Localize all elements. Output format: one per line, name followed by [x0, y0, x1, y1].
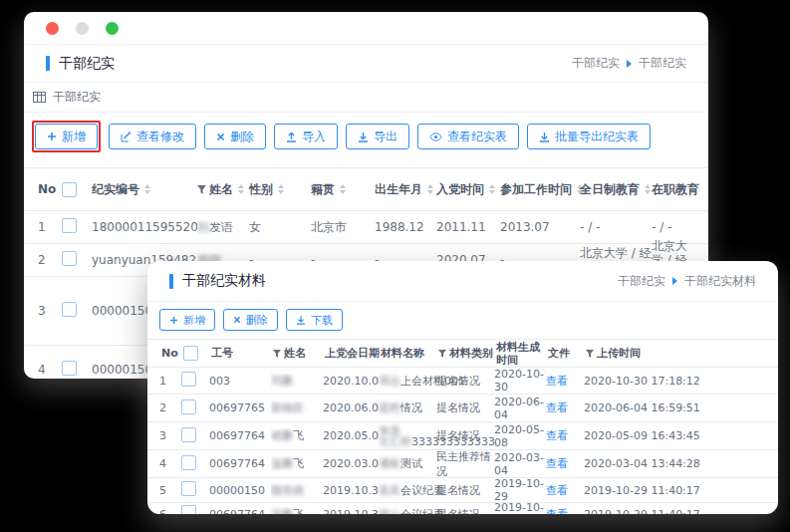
onjob-edu-cell: - / - [652, 220, 694, 234]
view-file-link: 查看 [546, 374, 584, 389]
view-record-table-button[interactable]: 查看纪实表 [417, 124, 519, 149]
employee-id-cell: 00697764 [209, 429, 271, 442]
table-row: 6 00697764 溢鹏飞 2019.10.30 第山会议纪要 提名情况 20… [147, 503, 778, 514]
name-cell: 随营姚 [271, 483, 323, 498]
row-number: 4 [38, 363, 62, 377]
row-checkbox[interactable] [181, 427, 196, 442]
select-all-checkbox[interactable] [183, 346, 198, 361]
sort-icon[interactable] [489, 184, 495, 194]
sort-icon[interactable] [278, 184, 284, 194]
material-name-cell: 通航测试 [379, 458, 436, 469]
meeting-date-cell: 2020.05.09 [323, 429, 379, 442]
name-cell: 溢鹏飞 [271, 456, 323, 471]
row-checkbox[interactable] [62, 218, 77, 233]
export-button[interactable]: 导出 [346, 124, 409, 149]
window-chrome [24, 12, 708, 45]
party-join-cell: 2011.11 [436, 220, 500, 234]
meeting-date-cell: 2020.03.03 [323, 457, 379, 470]
delete-button[interactable]: 删除 [204, 124, 266, 149]
column-work-start[interactable]: 参加工作时间 [500, 181, 580, 198]
row-checkbox[interactable] [181, 481, 196, 496]
sort-icon[interactable] [238, 184, 244, 194]
employee-id-cell: 003 [209, 375, 271, 388]
category-cell: 提名情况 [436, 374, 494, 389]
view-file-link: 查看 [546, 507, 584, 515]
batch-export-button[interactable]: 批量导出纪实表 [527, 124, 651, 149]
close-icon [216, 133, 225, 141]
breadcrumb-arrow-icon [672, 277, 677, 285]
import-button[interactable]: 导入 [274, 124, 338, 149]
upload-time-cell: 2020-10-30 17:18:12 [584, 375, 766, 388]
table-row: 4 00697764 溢鹏飞 2020.03.03 通航测试 民主推荐情况 20… [147, 450, 778, 478]
column-fulltime-edu[interactable]: 全日制教育 [580, 181, 652, 198]
row-checkbox[interactable] [181, 505, 196, 514]
row-number: 3 [38, 304, 62, 318]
row-checkbox[interactable] [62, 251, 77, 266]
add-button[interactable]: 新增 [35, 124, 98, 149]
birth-cell: 1988.12 [375, 220, 436, 234]
column-record-id[interactable]: 纪实编号 [92, 181, 197, 198]
add-button[interactable]: 新增 [159, 309, 215, 331]
row-number: 5 [159, 484, 181, 497]
material-name-cell: 提档情况 [379, 402, 436, 413]
delete-button[interactable]: 删除 [223, 309, 278, 331]
title-accent-bar [169, 274, 173, 289]
generated-time-cell: 2019-10-29 [494, 477, 546, 503]
category-cell: 提名情况 [436, 507, 494, 515]
column-generated-time: 材料生成时间 [496, 341, 548, 367]
column-gender[interactable]: 性别 [249, 181, 311, 198]
column-material-category[interactable]: 材料类别 [438, 346, 496, 361]
filter-funnel-icon[interactable] [586, 350, 594, 358]
upload-time-cell: 2019-10-29 11:40:17 [584, 484, 766, 497]
meeting-date-cell: 2019.10.30 [323, 484, 379, 497]
breadcrumb-item[interactable]: 干部纪实 [572, 55, 620, 72]
breadcrumb-item[interactable]: 干部纪实 [618, 273, 665, 290]
sort-icon[interactable] [340, 184, 346, 194]
row-checkbox[interactable] [181, 372, 196, 387]
view-file-link: 查看 [546, 428, 584, 443]
column-party-join[interactable]: 入党时间 [436, 181, 500, 198]
row-checkbox[interactable] [181, 399, 196, 414]
column-upload-time[interactable]: 上传时间 [586, 346, 764, 361]
row-checkbox[interactable] [62, 302, 77, 317]
upload-time-cell: 2020-06-04 16:59:51 [584, 401, 766, 414]
row-checkbox[interactable] [62, 361, 77, 376]
column-name[interactable]: 姓名 [273, 346, 325, 361]
meeting-date-cell: 2020.06.04 [323, 401, 379, 414]
generated-time-cell: 2020-10-30 [494, 368, 546, 394]
column-name[interactable]: 姓名 [197, 181, 249, 198]
table-row: 1 18000011595520000 刘发语 女 北京市 1988.12 20… [24, 211, 708, 244]
front-table-body: 1 003 同鹏 2020.10.02 周志上会材料001 提名情况 2020-… [147, 368, 778, 514]
download-icon [296, 315, 306, 325]
column-birth[interactable]: 出生年月 [375, 181, 436, 198]
column-employee-id: 工号 [211, 346, 273, 361]
category-cell: 民主推荐情况 [436, 449, 494, 479]
highlight-annotation: 新增 [32, 121, 101, 152]
column-meeting-date: 上党会日期 [325, 346, 381, 361]
sort-icon[interactable] [427, 184, 433, 194]
generated-time-cell: 2020-06-04 [494, 396, 546, 421]
sort-icon[interactable] [645, 184, 651, 194]
toolbar: 新增 查看修改 删除 导入 导出 查看纪实表 批量导出纪实表 [24, 113, 708, 161]
minimize-window-button[interactable] [76, 22, 89, 35]
download-button[interactable]: 下载 [286, 309, 343, 331]
view-file-link: 查看 [546, 483, 584, 498]
column-native-place[interactable]: 籍贯 [311, 181, 375, 198]
page-header: 干部纪实材料 干部纪实 干部纪实材料 [147, 261, 778, 302]
zoom-window-button[interactable] [106, 22, 119, 35]
breadcrumb-item-current: 干部纪实材料 [684, 273, 756, 290]
table-row: 5 00000150 随营姚 2019.10.30 某莴会议纪要 提名情况 20… [147, 478, 778, 503]
filter-funnel-icon[interactable] [438, 350, 446, 358]
breadcrumb: 干部纪实 干部纪实 [572, 55, 686, 72]
select-all-checkbox[interactable] [62, 182, 77, 197]
row-checkbox[interactable] [181, 455, 196, 470]
category-cell: 提名情况 [436, 483, 494, 498]
column-no: No [161, 347, 183, 360]
filter-funnel-icon[interactable] [197, 185, 206, 194]
upload-time-cell: 2020-05-09 16:43:45 [584, 429, 766, 442]
filter-funnel-icon[interactable] [273, 350, 281, 358]
view-edit-button[interactable]: 查看修改 [109, 124, 196, 149]
work-start-cell: 2013.07 [500, 220, 580, 234]
close-window-button[interactable] [46, 22, 59, 35]
sort-icon[interactable] [144, 184, 150, 194]
